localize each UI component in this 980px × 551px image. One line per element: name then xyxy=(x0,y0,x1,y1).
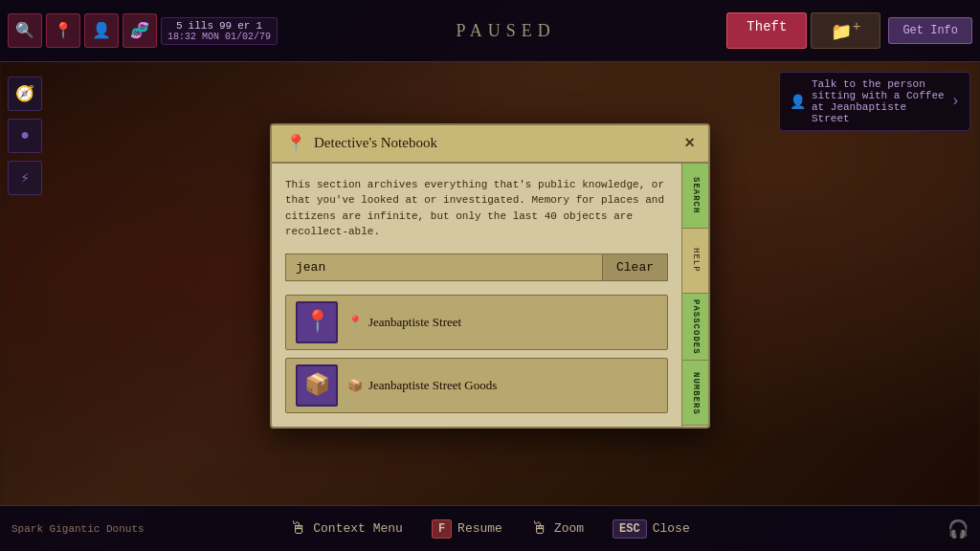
search-row: Clear xyxy=(285,253,668,281)
tab-numbers[interactable]: NUMBERS xyxy=(682,361,708,426)
location-icon-1: 📍 xyxy=(347,315,363,330)
result-label-2: Jeanbaptiste Street Goods xyxy=(368,378,497,393)
result-goods-icon-box: 📦 xyxy=(296,364,338,407)
location-pin-icon: 📍 xyxy=(304,309,330,335)
results-list: 📍 📍 Jeanbaptiste Street 📦 📦 xyxy=(285,295,668,413)
result-location-icon-box: 📍 xyxy=(296,301,338,343)
notebook-title: Detective's Notebook xyxy=(314,135,677,151)
notebook-close-button[interactable]: × xyxy=(684,134,695,153)
notebook-description: This section archives everything that's … xyxy=(285,177,668,240)
result-label-1: Jeanbaptiste Street xyxy=(368,315,461,330)
result-name-1: 📍 Jeanbaptiste Street xyxy=(347,315,461,330)
result-name-2: 📦 Jeanbaptiste Street Goods xyxy=(347,378,497,393)
result-item-jeanbaptiste-street[interactable]: 📍 📍 Jeanbaptiste Street xyxy=(285,295,668,350)
search-input[interactable] xyxy=(285,253,603,281)
box-icon: 📦 xyxy=(304,372,330,398)
modal-overlay: 📍 Detective's Notebook × This section ar… xyxy=(0,0,980,551)
box-icon-2: 📦 xyxy=(347,378,363,393)
detective-notebook: 📍 Detective's Notebook × This section ar… xyxy=(270,123,710,429)
notebook-tabs: SEARCH HELP PASSCODES NUMBERS xyxy=(681,164,708,427)
tab-passcodes[interactable]: PASSCODES xyxy=(682,294,708,362)
tab-search[interactable]: SEARCH xyxy=(682,164,708,229)
notebook-header: 📍 Detective's Notebook × xyxy=(272,125,708,164)
notebook-body: This section archives everything that's … xyxy=(272,164,708,427)
clear-button[interactable]: Clear xyxy=(603,253,668,281)
pin-icon: 📍 xyxy=(285,133,306,154)
notebook-content: This section archives everything that's … xyxy=(272,164,681,427)
result-item-jeanbaptiste-goods[interactable]: 📦 📦 Jeanbaptiste Street Goods xyxy=(285,358,668,413)
tab-help[interactable]: HELP xyxy=(682,229,708,294)
